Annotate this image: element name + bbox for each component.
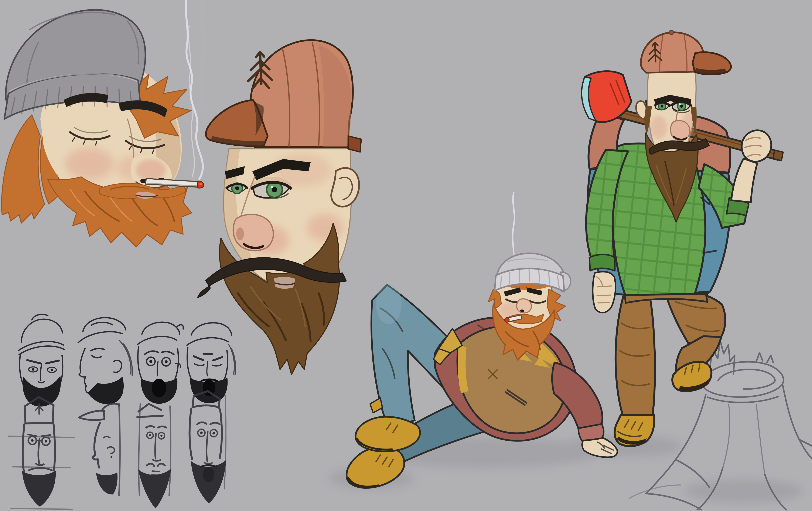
construction-head-lines [137, 404, 171, 508]
rolled-cuff [589, 254, 615, 271]
ink-head-surprised [138, 322, 183, 404]
baseball-cap [641, 30, 731, 75]
ink-head-profile [78, 318, 133, 404]
construction-head-profile [79, 404, 120, 495]
canvas-artboard [0, 0, 812, 511]
construction-head-front [8, 397, 75, 509]
construction-head-open-mouth [190, 391, 226, 503]
ear [331, 168, 359, 207]
lips [274, 277, 295, 289]
portrait-beanie-smoker [1, 0, 204, 247]
cap-adjuster [348, 136, 361, 152]
construction-studies [8, 391, 226, 509]
baseball-cap [206, 40, 361, 152]
ink-head-front-stern [19, 314, 64, 407]
hand [593, 272, 616, 313]
ink-head-yelling [187, 323, 236, 403]
smoke-column [186, 0, 204, 180]
forearm [731, 159, 757, 202]
